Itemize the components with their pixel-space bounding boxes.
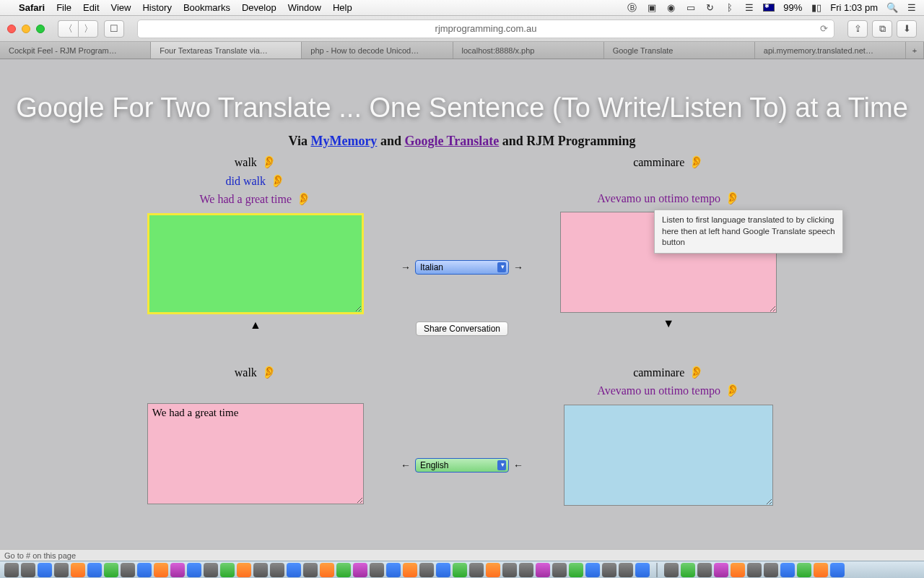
bl-label-1[interactable]: walk <box>235 366 257 379</box>
tl-label-3[interactable]: We had a great time <box>200 193 292 205</box>
airplay-icon[interactable]: ▭ <box>685 2 696 13</box>
dock-app-icon[interactable] <box>619 563 633 577</box>
wifi-icon[interactable]: ☰ <box>744 2 754 13</box>
ear-icon[interactable]: 👂 <box>725 191 740 205</box>
arrow-down-icon[interactable]: ▼ <box>492 317 845 330</box>
status-icon-sync[interactable]: ◉ <box>666 2 676 13</box>
dock-app-icon[interactable] <box>253 563 268 577</box>
address-bar[interactable]: rjmprogramming.com.au ⟳ <box>137 20 834 38</box>
dock-app-icon[interactable] <box>237 563 251 577</box>
tab-1[interactable]: Four Textareas Translate via… <box>151 42 302 59</box>
dock-trash-icon[interactable] <box>830 563 845 577</box>
menu-edit[interactable]: Edit <box>83 2 99 13</box>
textarea-bottom-right[interactable] <box>564 405 773 506</box>
br-label-1[interactable]: camminare <box>633 366 684 379</box>
dock-app-icon[interactable] <box>536 563 550 577</box>
dock-app-icon[interactable] <box>121 563 135 577</box>
tab-2[interactable]: php - How to decode Unicod… <box>302 42 453 59</box>
ear-icon[interactable]: 👂 <box>725 384 740 397</box>
dock-app-icon[interactable] <box>87 563 102 577</box>
ear-icon[interactable]: 👂 <box>689 155 704 169</box>
dock-app-icon[interactable] <box>797 563 811 577</box>
app-name[interactable]: Safari <box>19 2 45 13</box>
menu-develop[interactable]: Develop <box>242 2 276 13</box>
menu-help[interactable]: Help <box>333 2 352 13</box>
dock-app-icon[interactable] <box>486 563 500 577</box>
dock-app-icon[interactable] <box>469 563 484 577</box>
dock-app-icon[interactable] <box>681 563 695 577</box>
timemachine-icon[interactable]: ↻ <box>705 2 715 13</box>
menu-bookmarks[interactable]: Bookmarks <box>183 2 230 13</box>
link-mymemory[interactable]: MyMemory <box>310 134 377 148</box>
dock-app-icon[interactable] <box>54 563 69 577</box>
textarea-top-left[interactable] <box>147 213 364 314</box>
status-icon-ext[interactable]: ▣ <box>646 2 657 13</box>
ear-icon[interactable]: 👂 <box>261 366 276 379</box>
menu-history[interactable]: History <box>142 2 171 13</box>
dock-app-icon[interactable] <box>370 563 384 577</box>
status-icon-b[interactable]: Ⓑ <box>627 2 637 13</box>
arrow-up-icon[interactable]: ▲ <box>79 319 432 332</box>
menu-file[interactable]: File <box>56 2 71 13</box>
dock-app-icon[interactable] <box>436 563 450 577</box>
menubar-clock[interactable]: Fri 1:03 pm <box>830 2 878 13</box>
tr-label-1[interactable]: camminare <box>633 156 684 168</box>
tab-4[interactable]: Google Translate <box>604 42 755 59</box>
dock-app-icon[interactable] <box>220 563 235 577</box>
dock-app-icon[interactable] <box>635 563 650 577</box>
share-conversation-button[interactable]: Share Conversation <box>416 322 508 336</box>
window-zoom-button[interactable] <box>36 25 45 33</box>
dock-app-icon[interactable] <box>303 563 318 577</box>
dock-app-icon[interactable] <box>137 563 152 577</box>
dock-app-icon[interactable] <box>336 563 351 577</box>
dock-app-icon[interactable] <box>747 563 762 577</box>
sidebar-button[interactable]: ☐ <box>104 20 124 38</box>
dock-app-icon[interactable] <box>502 563 517 577</box>
menu-view[interactable]: View <box>111 2 131 13</box>
dock-app-icon[interactable] <box>714 563 728 577</box>
battery-percent[interactable]: 99% <box>783 2 802 13</box>
dock-app-icon[interactable] <box>38 563 52 577</box>
dock-app-icon[interactable] <box>602 563 616 577</box>
dock-app-icon[interactable] <box>403 563 417 577</box>
battery-icon[interactable]: ▮▯ <box>811 2 821 13</box>
dock-app-icon[interactable] <box>453 563 467 577</box>
menu-window[interactable]: Window <box>288 2 321 13</box>
language-select-bottom[interactable]: English <box>415 458 509 473</box>
bluetooth-icon[interactable]: ᛒ <box>724 2 735 13</box>
dock-app-icon[interactable] <box>353 563 367 577</box>
tab-5[interactable]: api.mymemory.translated.net… <box>755 42 906 59</box>
tabs-button[interactable]: ⧉ <box>872 20 892 38</box>
dock-app-icon[interactable] <box>764 563 778 577</box>
forward-button[interactable]: 〉 <box>78 20 98 38</box>
language-select-top[interactable]: Italian <box>415 260 509 275</box>
dock-app-icon[interactable] <box>21 563 35 577</box>
window-close-button[interactable] <box>7 25 16 33</box>
dock-app-icon[interactable] <box>519 563 533 577</box>
tab-0[interactable]: Cockpit Feel - RJM Program… <box>0 42 151 59</box>
dock-app-icon[interactable] <box>814 563 828 577</box>
spotlight-icon[interactable]: 🔍 <box>886 2 897 13</box>
dock-app-icon[interactable] <box>154 563 168 577</box>
dock-app-icon[interactable] <box>170 563 185 577</box>
tab-3[interactable]: localhost:8888/x.php <box>453 42 604 59</box>
dock-app-icon[interactable] <box>4 563 19 577</box>
dock-app-icon[interactable] <box>552 563 567 577</box>
textarea-bottom-left[interactable]: We had a great time <box>147 403 364 504</box>
input-flag-icon[interactable] <box>763 4 775 12</box>
dock-app-icon[interactable] <box>697 563 712 577</box>
dock-app-icon[interactable] <box>270 563 284 577</box>
downloads-button[interactable]: ⬇ <box>897 20 917 38</box>
dock-app-icon[interactable] <box>204 563 218 577</box>
br-label-3[interactable]: Avevamo un ottimo tempo <box>597 384 720 397</box>
dock-app-icon[interactable] <box>320 563 334 577</box>
share-button[interactable]: ⇪ <box>847 20 868 38</box>
dock-app-icon[interactable] <box>386 563 401 577</box>
dock-app-icon[interactable] <box>187 563 201 577</box>
ear-icon[interactable]: 👂 <box>689 366 704 379</box>
window-minimize-button[interactable] <box>22 25 30 33</box>
back-button[interactable]: 〈 <box>58 20 78 38</box>
dock-app-icon[interactable] <box>780 563 795 577</box>
reload-icon[interactable]: ⟳ <box>820 23 828 34</box>
ear-icon[interactable]: 👂 <box>270 174 285 188</box>
